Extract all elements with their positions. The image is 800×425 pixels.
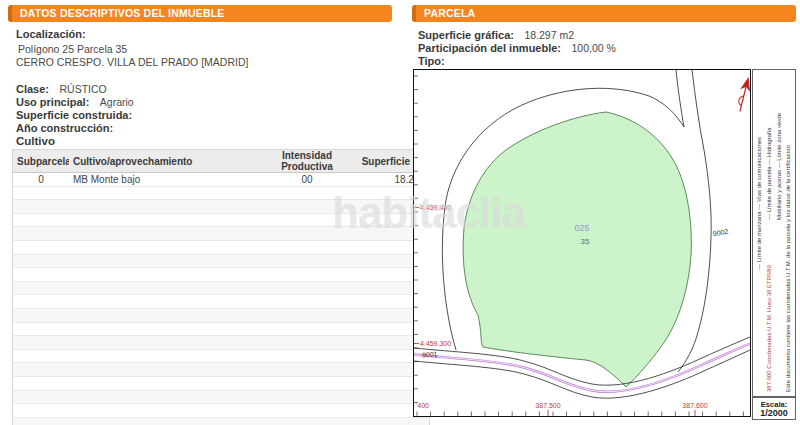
cultivo-title: Cultivo bbox=[16, 135, 55, 147]
table-row bbox=[13, 349, 430, 363]
table-row bbox=[13, 308, 430, 322]
road-label-9001: 9001 bbox=[422, 350, 438, 358]
legend-line-mobiliario-zonaverde: Mobiliario y aceras — Límite zona verde bbox=[776, 113, 783, 220]
table-row bbox=[13, 363, 430, 377]
map-legend: — Límite de manzana — Vías de comunicaci… bbox=[752, 69, 796, 397]
localizacion-line1: Polígono 25 Parcela 35 bbox=[18, 43, 127, 55]
table-row bbox=[13, 322, 430, 336]
localizacion-line2: CERRO CRESPO. VILLA DEL PRADO [MADRID] bbox=[16, 56, 248, 68]
north-arrow-icon bbox=[736, 78, 750, 113]
y-axis-label-bottom: 4.459.300 bbox=[420, 340, 451, 347]
table-row bbox=[13, 295, 430, 309]
col-subparcela: Subparcela bbox=[13, 150, 70, 173]
legend-line-parcela-hidrografia: — Límite de parcela — Hidrografía bbox=[766, 127, 773, 220]
col-cultivo-aprovechamiento: Cultivo/aprovechamiento bbox=[69, 150, 267, 173]
cadastral-map-svg: 4.459.400 4.459.300 '400 387.500 387.600… bbox=[414, 70, 750, 416]
cadastral-report-page: DATOS DESCRIPTIVOS DEL INMUEBLE Localiza… bbox=[0, 0, 800, 425]
table-row bbox=[13, 200, 430, 214]
parcel-code-label: 025 bbox=[574, 223, 589, 233]
field-anio-construccion: Año construcción: bbox=[16, 118, 119, 136]
cultivo-empty-rows bbox=[13, 186, 430, 425]
table-row: 0 MB Monte bajo 00 18.297 bbox=[13, 173, 430, 187]
parcel-number-label: 35 bbox=[581, 237, 590, 246]
table-row bbox=[13, 213, 430, 227]
table-row bbox=[13, 254, 430, 268]
legend-line-manzana-vias: — Límite de manzana — Vías de comunicaci… bbox=[756, 137, 763, 270]
legend-purple-dash: — bbox=[756, 262, 762, 270]
scale-value: 1/2000 bbox=[753, 409, 795, 418]
table-row bbox=[13, 417, 430, 425]
legend-crs-text: 387.600 Coordenadas U.T.M. Huso 30 ETRS8… bbox=[766, 265, 773, 392]
table-row bbox=[13, 227, 430, 241]
table-row bbox=[13, 186, 430, 200]
participacion-value: 100,00 % bbox=[572, 42, 616, 54]
x-axis-label-left: '400 bbox=[416, 402, 429, 409]
table-row bbox=[13, 268, 430, 282]
section-header-parcela: PARCELA bbox=[412, 5, 796, 22]
table-row bbox=[13, 336, 430, 350]
cadastral-map: 4.459.400 4.459.300 '400 387.500 387.600… bbox=[413, 69, 751, 417]
col-intensidad-productiva: Intensidad Productiva bbox=[267, 150, 347, 173]
cell-intensidad: 00 bbox=[267, 173, 347, 187]
field-tipo: Tipo: bbox=[418, 51, 451, 69]
tipo-label: Tipo: bbox=[418, 55, 445, 67]
x-axis-label-center: 387.500 bbox=[535, 402, 560, 409]
map-scale-box: Escala: 1/2000 bbox=[752, 397, 796, 420]
cell-subparcela: 0 bbox=[13, 173, 70, 187]
table-row bbox=[13, 404, 430, 418]
table-row bbox=[13, 376, 430, 390]
x-axis-label-right: 387.600 bbox=[682, 402, 707, 409]
y-axis-label-top: 4.459.400 bbox=[420, 204, 451, 211]
legend-cert-text: Este documento contiene las coordenadas … bbox=[785, 145, 792, 392]
anio-construccion-label: Año construcción: bbox=[16, 122, 113, 134]
section-header-datos-inmueble: DATOS DESCRIPTIVOS DEL INMUEBLE bbox=[8, 5, 392, 22]
table-row bbox=[13, 390, 430, 404]
cultivo-body: 0 MB Monte bajo 00 18.297 bbox=[13, 173, 430, 187]
parcel-polygon bbox=[463, 112, 691, 387]
cell-cultivo: MB Monte bajo bbox=[69, 173, 267, 187]
road-label-9002: 9002 bbox=[712, 228, 729, 238]
localizacion-label: Localización: bbox=[16, 28, 86, 40]
table-row bbox=[13, 240, 430, 254]
cultivo-header-row: Subparcela Cultivo/aprovechamiento Inten… bbox=[13, 150, 430, 173]
table-row bbox=[13, 281, 430, 295]
cultivo-table: Subparcela Cultivo/aprovechamiento Inten… bbox=[12, 149, 430, 425]
